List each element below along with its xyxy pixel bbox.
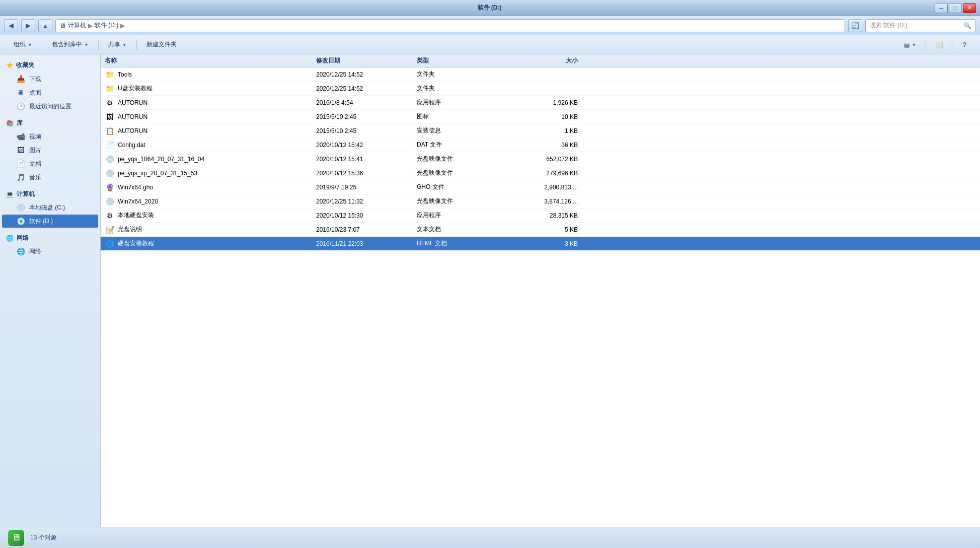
breadcrumb-sep-2: ▶ <box>120 22 125 29</box>
col-header-size[interactable]: 大小 <box>507 56 588 65</box>
sidebar-item-desktop[interactable]: 🖥 桌面 <box>2 86 98 99</box>
sidebar-item-recent[interactable]: 🕐 最近访问的位置 <box>2 100 98 113</box>
minimize-button[interactable]: ─ <box>935 3 948 13</box>
file-name-cell: 🔮 Win7x64.gho <box>105 182 316 192</box>
favorites-label: 收藏夹 <box>16 61 34 70</box>
up-button[interactable]: ▲ <box>38 19 52 32</box>
star-icon: ★ <box>6 60 13 70</box>
sidebar-header-network[interactable]: 🌐 网络 <box>0 232 100 244</box>
file-name-cell: ⚙ AUTORUN <box>105 98 316 108</box>
sidebar-desktop-label: 桌面 <box>29 89 41 97</box>
preview-button[interactable]: ⬜ <box>930 38 949 52</box>
newfolder-label: 新建文件夹 <box>146 40 177 49</box>
help-label: ? <box>963 41 966 48</box>
col-header-name[interactable]: 名称 <box>105 56 316 65</box>
file-name-cell: 📋 AUTORUN <box>105 126 316 136</box>
file-rows: 📁 Tools 2020/12/25 14:52 文件夹 📁 U盘安装教程 20… <box>101 67 980 251</box>
sidebar-item-download[interactable]: 📥 下载 <box>2 73 98 86</box>
breadcrumb-computer[interactable]: 计算机 <box>68 21 86 30</box>
file-name-text: 硬盘安装教程 <box>118 239 154 248</box>
library-label: 库 <box>17 119 23 127</box>
col-header-date[interactable]: 修改日期 <box>316 56 417 65</box>
recent-icon: 🕐 <box>16 102 25 111</box>
sidebar-header-computer[interactable]: 💻 计算机 <box>0 188 100 200</box>
table-row[interactable]: 📝 光盘说明 2016/10/23 7:07 文本文档 5 KB <box>101 223 980 237</box>
table-row[interactable]: 💿 pe_yqs_1064_20_07_31_16_04 2020/10/12 … <box>101 152 980 166</box>
sidebar-header-favorites[interactable]: ★ 收藏夹 <box>0 58 100 72</box>
table-row[interactable]: 📋 AUTORUN 2015/5/10 2:45 安装信息 1 KB <box>101 124 980 138</box>
table-row[interactable]: 💿 Win7x64_2020 2020/12/25 11:32 光盘映像文件 3… <box>101 194 980 209</box>
sidebar-header-library[interactable]: 📚 库 <box>0 117 100 129</box>
file-name-cell: 💿 pe_yqs_1064_20_07_31_16_04 <box>105 154 316 164</box>
table-row[interactable]: 🖼 AUTORUN 2015/5/10 2:45 图标 10 KB <box>101 110 980 124</box>
archive-button[interactable]: 包含到库中 ▼ <box>46 38 94 52</box>
table-row[interactable]: 💿 pe_yqs_xp_20_07_31_15_53 2020/10/12 15… <box>101 166 980 180</box>
table-row[interactable]: 📁 U盘安装教程 2020/12/25 14:52 文件夹 <box>101 82 980 96</box>
sidebar-section-computer: 💻 计算机 💿 本地磁盘 (C:) 💿 软件 (D:) <box>0 188 100 228</box>
table-row[interactable]: 📁 Tools 2020/12/25 14:52 文件夹 <box>101 67 980 82</box>
file-type-cell: DAT 文件 <box>417 141 507 149</box>
table-row[interactable]: ⚙ AUTORUN 2016/1/8 4:54 应用程序 1,926 KB <box>101 96 980 110</box>
back-button[interactable]: ◀ <box>4 19 18 32</box>
file-size-cell: 1,926 KB <box>507 99 588 106</box>
close-button[interactable]: ✕ <box>963 3 976 13</box>
ddrive-icon: 💿 <box>16 217 25 226</box>
col-header-type[interactable]: 类型 <box>417 56 507 65</box>
forward-button[interactable]: ▶ <box>21 19 35 32</box>
sidebar-item-pictures[interactable]: 🖼 图片 <box>2 144 98 157</box>
cdrive-icon: 💿 <box>16 203 25 212</box>
file-date-cell: 2020/12/25 14:52 <box>316 71 417 78</box>
sidebar-item-cdrive[interactable]: 💿 本地磁盘 (C:) <box>2 201 98 214</box>
file-type-cell: 图标 <box>417 112 507 121</box>
file-icon: 💿 <box>105 154 115 164</box>
sidebar-item-network[interactable]: 🌐 网络 <box>2 245 98 258</box>
table-row[interactable]: ⚙ 本地硬盘安装 2020/10/12 15:30 应用程序 28,315 KB <box>101 209 980 223</box>
file-size-cell: 3,874,126 ... <box>507 198 588 205</box>
file-list-header: 名称 修改日期 类型 大小 <box>101 54 980 67</box>
sidebar-item-music[interactable]: 🎵 音乐 <box>2 171 98 184</box>
sidebar-item-documents[interactable]: 📄 文档 <box>2 157 98 170</box>
statusbar-icon: 🖥 <box>8 530 24 546</box>
newfolder-button[interactable]: 新建文件夹 <box>141 38 182 52</box>
file-name-cell: 💿 pe_yqs_xp_20_07_31_15_53 <box>105 168 316 178</box>
file-type-cell: 光盘映像文件 <box>417 197 507 206</box>
file-size-cell: 10 KB <box>507 113 588 120</box>
organize-button[interactable]: 组织 ▼ <box>8 38 38 52</box>
sidebar-item-ddrive[interactable]: 💿 软件 (D:) <box>2 215 98 228</box>
sidebar-section-favorites: ★ 收藏夹 📥 下载 🖥 桌面 🕐 最近访问的位置 <box>0 58 100 113</box>
view-button[interactable]: ▤ ▼ <box>898 38 922 52</box>
sidebar-item-video[interactable]: 📹 视频 <box>2 130 98 143</box>
refresh-button[interactable]: 🔄 <box>848 19 862 32</box>
file-icon: ⚙ <box>105 211 115 221</box>
file-date-cell: 2020/10/12 15:42 <box>316 142 417 149</box>
file-name-text: U盘安装教程 <box>118 84 153 93</box>
file-name-text: 光盘说明 <box>118 225 142 234</box>
breadcrumb-drive[interactable]: 软件 (D:) <box>95 21 118 30</box>
table-row[interactable]: 🔮 Win7x64.gho 2019/9/7 19:25 GHO 文件 2,90… <box>101 180 980 194</box>
search-bar[interactable]: 搜索 软件 (D:) 🔍 <box>865 19 976 32</box>
maximize-button[interactable]: □ <box>949 3 962 13</box>
file-name-cell: 📁 Tools <box>105 70 316 80</box>
documents-icon: 📄 <box>16 159 25 168</box>
file-name-cell: 💿 Win7x64_2020 <box>105 196 316 207</box>
table-row[interactable]: 🌐 硬盘安装教程 2016/11/21 22:03 HTML 文档 3 KB <box>101 237 980 251</box>
file-icon: 📝 <box>105 225 115 235</box>
breadcrumb[interactable]: 🖥 计算机 ▶ 软件 (D:) ▶ <box>55 19 845 32</box>
file-icon: 📋 <box>105 126 115 136</box>
file-type-cell: 文本文档 <box>417 225 507 234</box>
file-date-cell: 2020/10/12 15:36 <box>316 170 417 177</box>
table-row[interactable]: 📄 Config.dat 2020/10/12 15:42 DAT 文件 36 … <box>101 138 980 152</box>
file-type-cell: 安装信息 <box>417 126 507 135</box>
file-size-cell: 3 KB <box>507 240 588 247</box>
computer-icon: 💻 <box>6 191 14 198</box>
share-button[interactable]: 共享 ▼ <box>103 38 132 52</box>
file-date-cell: 2020/10/12 15:30 <box>316 212 417 219</box>
file-name-text: Tools <box>118 71 132 78</box>
toolbar-sep-4 <box>926 40 926 50</box>
sidebar-documents-label: 文档 <box>29 160 41 168</box>
help-button[interactable]: ? <box>957 38 972 52</box>
network-label: 网络 <box>17 234 29 242</box>
file-date-cell: 2015/5/10 2:45 <box>316 113 417 120</box>
titlebar-controls: ─ □ ✕ <box>935 3 976 13</box>
file-date-cell: 2016/11/21 22:03 <box>316 240 417 247</box>
